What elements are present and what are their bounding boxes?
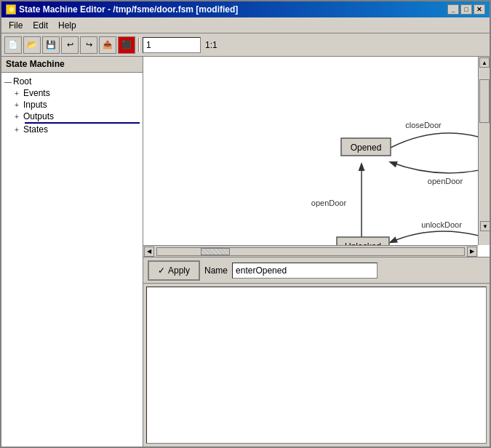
toolbar-separator xyxy=(138,38,140,52)
scroll-up-arrow[interactable]: ▲ xyxy=(479,57,490,68)
apply-label: Apply xyxy=(168,265,190,276)
tree-inputs-label: Inputs xyxy=(23,100,47,110)
tree-root[interactable]: — Root xyxy=(4,76,140,87)
new-button[interactable]: 📄 xyxy=(4,36,22,54)
right-panel: closeDoor openDoor lockDoor unlockDoor l… xyxy=(143,57,490,447)
tree-children: + Events + Inputs + Outputs xyxy=(4,87,140,135)
tree: — Root + Events + Inputs + Outputs xyxy=(1,73,143,447)
tree-events[interactable]: + Events xyxy=(15,87,140,99)
tree-events-label: Events xyxy=(23,88,50,98)
diagram-area: closeDoor openDoor lockDoor unlockDoor l… xyxy=(143,57,490,257)
title-bar-left: ⚙ State Machine Editor - /tmp/fsme/door.… xyxy=(6,4,238,15)
save-button[interactable]: 💾 xyxy=(42,36,60,54)
sidebar-header: State Machine xyxy=(1,57,143,73)
events-expand-icon: + xyxy=(15,89,22,97)
bottom-panel: ✓ Apply Name xyxy=(143,257,490,447)
toolbar: 📄 📂 💾 ↩ ↪ 📤 ⬛ 1:1 xyxy=(1,33,490,57)
main-window: ⚙ State Machine Editor - /tmp/fsme/door.… xyxy=(0,0,491,448)
scroll-thumb-v[interactable] xyxy=(479,79,490,123)
maximize-button[interactable]: □ xyxy=(460,4,472,15)
apply-button[interactable]: ✓ Apply xyxy=(148,260,200,281)
svg-text:closeDoor: closeDoor xyxy=(405,121,442,129)
open-button[interactable]: 📂 xyxy=(23,36,41,54)
scroll-left-arrow[interactable]: ◀ xyxy=(144,247,154,257)
outputs-expand-icon: + xyxy=(15,113,22,121)
scroll-down-arrow[interactable]: ▼ xyxy=(480,221,490,231)
svg-text:unlockDoor: unlockDoor xyxy=(421,220,462,229)
diagram-svg: closeDoor openDoor lockDoor unlockDoor l… xyxy=(143,57,478,245)
svg-text:openDoor: openDoor xyxy=(428,177,463,185)
svg-text:Opened: Opened xyxy=(351,143,382,153)
diagram-canvas: closeDoor openDoor lockDoor unlockDoor l… xyxy=(143,57,478,245)
toolbar-input[interactable] xyxy=(143,37,201,53)
tree-states-label: States xyxy=(23,124,48,135)
sidebar: State Machine — Root + Events + Inputs xyxy=(1,57,143,447)
code-editor[interactable] xyxy=(146,287,487,444)
main-area: State Machine — Root + Events + Inputs xyxy=(1,57,490,447)
window-title: State Machine Editor - /tmp/fsme/door.fs… xyxy=(19,4,238,15)
window-icon: ⚙ xyxy=(6,4,16,15)
title-controls: _ □ ✕ xyxy=(447,4,485,15)
scroll-right-arrow[interactable]: ▶ xyxy=(467,247,477,257)
tree-inputs[interactable]: + Inputs xyxy=(15,99,140,111)
states-expand-icon: + xyxy=(15,126,22,134)
code-editor-container xyxy=(143,284,490,447)
menu-bar: File Edit Help xyxy=(1,17,490,33)
name-input[interactable] xyxy=(232,263,378,279)
menu-file[interactable]: File xyxy=(4,19,27,32)
close-button[interactable]: ✕ xyxy=(474,4,485,15)
menu-edit[interactable]: Edit xyxy=(28,19,52,32)
vertical-scrollbar[interactable]: ▲ ▼ xyxy=(478,57,490,245)
tree-outputs[interactable]: + Outputs xyxy=(15,111,140,122)
horizontal-scrollbar[interactable]: ◀ ▶ xyxy=(143,245,478,257)
export-button[interactable]: 📤 xyxy=(99,36,116,54)
inputs-expand-icon: + xyxy=(15,101,22,109)
check-icon: ✓ xyxy=(158,265,165,276)
redo-button[interactable]: ↪ xyxy=(80,36,97,54)
tree-root-label: Root xyxy=(13,76,31,87)
minimize-button[interactable]: _ xyxy=(447,4,459,15)
stop-button[interactable]: ⬛ xyxy=(118,36,135,54)
menu-help[interactable]: Help xyxy=(54,19,81,32)
root-expand-icon: — xyxy=(4,78,12,86)
svg-text:openDoor: openDoor xyxy=(311,199,347,207)
tree-outputs-label: Outputs xyxy=(23,111,54,121)
zoom-label: 1:1 xyxy=(202,40,220,50)
bottom-toolbar: ✓ Apply Name xyxy=(143,257,490,284)
title-bar: ⚙ State Machine Editor - /tmp/fsme/door.… xyxy=(1,1,490,17)
name-label: Name xyxy=(204,265,228,276)
scroll-thumb-h[interactable] xyxy=(201,248,230,255)
undo-button[interactable]: ↩ xyxy=(61,36,79,54)
tree-states[interactable]: + States xyxy=(15,124,140,135)
